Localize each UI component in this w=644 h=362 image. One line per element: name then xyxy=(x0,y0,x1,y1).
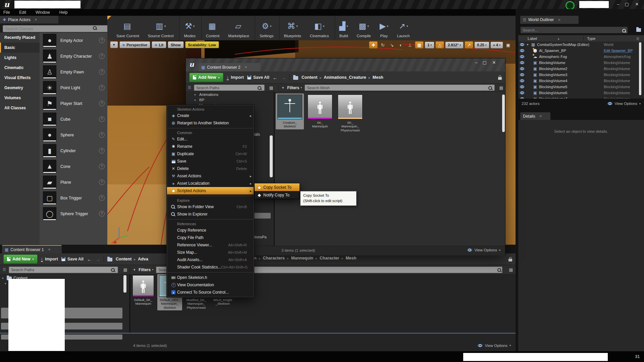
list-view-icon[interactable]: ▤ xyxy=(123,267,127,272)
help-icon[interactable]: ? xyxy=(99,38,105,43)
splitter[interactable] xyxy=(129,275,130,333)
expand-caret-icon[interactable]: ▸ xyxy=(195,93,198,96)
context-menu-row[interactable]: Delete Delete xyxy=(167,165,254,172)
context-menu-row[interactable]: Shader Cook Statistics... Ctrl+Alt+Shift… xyxy=(167,263,254,271)
scalability-warning[interactable]: Scalability: Low xyxy=(185,41,219,48)
help-icon[interactable]: ? xyxy=(99,69,105,75)
tab-content-browser-1[interactable]: ▦ Content Browser 1 ✕ xyxy=(2,245,62,253)
scale-snap-icon[interactable]: ↗ xyxy=(465,41,473,49)
close-button[interactable]: ✕ xyxy=(633,1,641,7)
place-item[interactable]: ▰ Plane ? xyxy=(40,174,107,190)
filters-button[interactable]: Filters▾ xyxy=(287,85,302,90)
back-icon[interactable]: ← xyxy=(273,75,278,80)
list-view-icon[interactable]: ▤ xyxy=(269,85,273,90)
import-button[interactable]: ↓ Import xyxy=(41,257,58,262)
place-item[interactable]: ● Sphere ? xyxy=(40,127,107,143)
close-icon[interactable]: ✕ xyxy=(558,18,560,22)
tab-place-actors[interactable]: ✚ Place Actors ✕ xyxy=(0,16,58,23)
submenu-item[interactable]: Notify Copy To xyxy=(255,191,300,199)
cb2-titlebar[interactable]: u ▦ Content Browser 2 ✕ – ▢ ✕ xyxy=(186,58,505,72)
search-assets-input[interactable] xyxy=(305,84,494,91)
minimize-button[interactable]: – xyxy=(473,60,480,66)
help-icon[interactable]: ? xyxy=(99,101,105,106)
tree-item[interactable]: ▸ BP xyxy=(186,97,274,103)
toolbar-button[interactable]: ⚙ ▾ Settings xyxy=(255,16,278,40)
sources-scrollbar[interactable] xyxy=(270,135,273,177)
menu-bar-item[interactable]: Window xyxy=(36,10,50,15)
help-icon[interactable]: ? xyxy=(99,132,105,138)
context-menu-row[interactable]: Duplicate Ctrl+W xyxy=(167,150,254,158)
breadcrumb[interactable]: Animations_Creature xyxy=(324,75,370,80)
add-new-button[interactable]: Add New▾ xyxy=(189,73,223,82)
place-item[interactable]: ◯ Sphere Trigger ? xyxy=(40,206,107,222)
menu-bar-item[interactable]: Help xyxy=(59,10,68,15)
lock-icon[interactable] xyxy=(508,259,512,261)
breadcrumb[interactable]: Mannequin xyxy=(291,256,317,260)
context-menu-row[interactable]: Rename F2 xyxy=(167,143,254,150)
chevron-down-icon[interactable]: ▾ xyxy=(367,24,369,28)
maximize-viewport-icon[interactable]: ▣ xyxy=(504,42,512,48)
type-filter-icon[interactable]: ☰ xyxy=(636,37,639,41)
outliner-row[interactable]: Atmospheric Fog AtmosphericFog xyxy=(518,54,644,60)
column-label[interactable]: Label xyxy=(528,37,537,41)
tab-details[interactable]: Details ✕ xyxy=(520,112,550,120)
help-icon[interactable]: ? xyxy=(99,53,105,59)
expand-caret-icon[interactable]: ▸ xyxy=(195,98,198,102)
rotation-snap-icon[interactable]: △ xyxy=(435,41,444,49)
visibility-eye-icon[interactable] xyxy=(520,73,525,76)
context-menu-row[interactable]: Asset Actions ▸ xyxy=(167,172,254,180)
help-icon[interactable]: ? xyxy=(99,211,105,217)
context-menu-row[interactable]: Scripted Actions ▸ xyxy=(167,187,254,194)
outliner-row[interactable]: BlockingVolume3 BlockingVolume xyxy=(518,72,644,78)
place-category[interactable]: Recently Placed xyxy=(0,33,40,43)
breadcrumb[interactable]: Mesh xyxy=(345,256,356,260)
new-folder-icon[interactable] xyxy=(636,28,641,32)
outliner-row[interactable]: AI_Spawner_BP Edit Spawner_BP xyxy=(518,48,644,54)
help-icon[interactable]: ? xyxy=(99,195,105,201)
search-paths-input[interactable] xyxy=(194,84,265,91)
visibility-eye-icon[interactable] xyxy=(520,61,525,64)
chevron-down-icon[interactable]: ▾ xyxy=(323,24,325,28)
place-item[interactable]: ▮ Cylinder ? xyxy=(40,143,107,159)
back-icon[interactable]: ← xyxy=(87,256,92,262)
place-category[interactable]: Geometry xyxy=(0,83,40,93)
import-button[interactable]: ↓ Import xyxy=(227,75,244,80)
world-space-icon[interactable]: ◐ xyxy=(397,42,405,48)
forward-icon[interactable]: → xyxy=(95,256,100,262)
visibility-eye-icon[interactable] xyxy=(520,55,525,58)
context-menu-row[interactable]: Open Skeleton.h xyxy=(167,274,254,281)
toolbar-button[interactable]: ↗ ▾ Launch xyxy=(393,16,414,40)
visibility-eye-icon[interactable] xyxy=(520,85,525,88)
close-button[interactable]: ✕ xyxy=(490,60,498,66)
context-menu-row[interactable]: Show in Explorer xyxy=(167,210,254,218)
context-menu-row[interactable]: Connect To Source Control... xyxy=(167,289,254,296)
add-new-button[interactable]: Add New▾ xyxy=(3,254,38,264)
show-menu[interactable]: Show xyxy=(168,41,183,48)
tab-content-browser-2[interactable]: ▦ Content Browser 2 ✕ xyxy=(199,63,260,71)
outliner-search-input[interactable] xyxy=(520,26,628,34)
visibility-eye-icon[interactable] xyxy=(520,43,525,46)
toolbar-button[interactable]: ⌘ ▾ Blueprints xyxy=(279,16,306,40)
breadcrumb[interactable]: Adva xyxy=(138,257,148,261)
close-icon[interactable]: ✕ xyxy=(48,248,51,251)
asset-tile[interactable]: SK_ Mannequin_ PhysicsAsset xyxy=(336,94,364,133)
context-menu-row[interactable]: Show in Folder View Ctrl+B xyxy=(167,203,254,210)
asset-tile[interactable]: Creature_ Skeleton xyxy=(276,94,304,129)
place-item[interactable]: ⚑ Player Start ? xyxy=(40,96,107,111)
cb1-view-options[interactable]: View Options▾ xyxy=(478,344,511,348)
toolbar-button[interactable]: ▱ Marketplace xyxy=(224,16,254,40)
outliner-view-options[interactable]: View Options▾ xyxy=(607,102,641,106)
forward-icon[interactable]: → xyxy=(281,75,286,80)
asset-tile[interactable]: SK_ Mannequin xyxy=(306,94,334,129)
close-icon[interactable]: ✕ xyxy=(35,18,37,21)
place-category[interactable]: Cinematic xyxy=(0,63,40,73)
menu-bar-item[interactable]: Edit xyxy=(19,10,26,15)
context-menu-row[interactable]: View Documentation xyxy=(167,281,254,289)
sort-ascending-icon[interactable]: ▴ xyxy=(558,37,559,40)
place-item[interactable]: ♙ Empty Pawn ? xyxy=(40,64,107,80)
outliner-row[interactable]: BlockingVolume BlockingVolume xyxy=(518,60,644,66)
outliner-row[interactable]: BlockingVolume5 BlockingVolume xyxy=(518,84,644,90)
save-all-button[interactable]: Save All xyxy=(247,75,269,80)
breadcrumb[interactable]: Content xyxy=(116,257,136,261)
help-icon[interactable]: ? xyxy=(99,148,105,154)
